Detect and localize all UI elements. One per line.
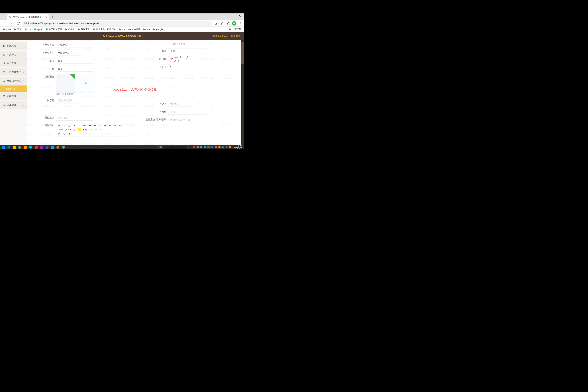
bookmark-folder[interactable]: vps: [142, 28, 151, 31]
h1-button[interactable]: H₁: [83, 124, 86, 127]
site-info-icon[interactable]: [24, 22, 27, 25]
sup-button[interactable]: x²: [108, 124, 112, 127]
tray-icon[interactable]: [211, 146, 213, 148]
address-bar[interactable]: localhost:8080/springboot2srbi/admin/dis…: [22, 21, 212, 26]
trailer-uploaded-thumb[interactable]: [56, 74, 75, 93]
extensions-icon[interactable]: [226, 21, 231, 26]
bookmark-item[interactable]: txy: [24, 28, 32, 31]
taskbar-app-edge[interactable]: [6, 145, 12, 149]
ol-button[interactable]: ☰: [93, 124, 96, 127]
sidebar-subitem-movie-info[interactable]: 电影信息: [0, 86, 27, 92]
selected-seats-textarea[interactable]: [168, 117, 218, 132]
bookmark-star-icon[interactable]: [220, 21, 224, 26]
font-family-select[interactable]: 标准字体 ▾: [83, 128, 92, 131]
tray-icon[interactable]: [193, 146, 195, 148]
new-tab-button[interactable]: [50, 14, 55, 20]
start-button[interactable]: [1, 145, 6, 149]
clear-format-button[interactable]: Tₓ: [100, 128, 103, 131]
taskbar-app[interactable]: [39, 145, 44, 149]
session-date-input[interactable]: 🕐 场次: [168, 101, 193, 107]
rating-input[interactable]: [168, 64, 206, 70]
tray-expand-icon[interactable]: ˄: [190, 146, 192, 148]
ul-button[interactable]: ≡: [98, 124, 102, 127]
sidebar-item-home[interactable]: 系统首页: [0, 42, 27, 50]
taskbar-clock[interactable]: 13:09 2024/7/29: [232, 145, 244, 149]
bookmark-item[interactable]: uplod: [33, 28, 44, 31]
actor-input[interactable]: [56, 58, 93, 64]
tray-icon[interactable]: [204, 146, 206, 148]
sidebar-item-movie-info[interactable]: 电影信息管理 ⌃: [0, 77, 27, 85]
sidebar-item-movie-type[interactable]: 电影类型管理 ⌄: [0, 68, 27, 76]
editor-content[interactable]: [56, 136, 125, 145]
taskbar-app[interactable]: [28, 145, 34, 149]
color-button[interactable]: A: [73, 128, 76, 131]
all-bookmarks-button[interactable]: 所有书签: [228, 27, 242, 32]
sidebar-item-orders[interactable]: 订单管理 ⌄: [0, 101, 27, 109]
indent-button[interactable]: ⇥: [114, 124, 117, 127]
underline-button[interactable]: U: [68, 124, 71, 127]
tab-search-icon[interactable]: [2, 15, 6, 19]
admin-label[interactable]: 管理员 admin: [212, 34, 227, 38]
bold-button[interactable]: B: [58, 124, 61, 127]
font-size-select[interactable]: 14px ▾: [58, 128, 64, 131]
logout-button[interactable]: 退出登录: [231, 34, 240, 38]
tray-icon[interactable]: [208, 146, 210, 148]
taskbar-app-wechat[interactable]: [60, 145, 66, 149]
window-maximize-button[interactable]: [228, 14, 236, 19]
window-close-button[interactable]: [236, 14, 244, 19]
image-button[interactable]: ▢: [62, 132, 66, 135]
movie-name-input[interactable]: [56, 42, 93, 48]
tray-ime-icon[interactable]: 中: [226, 146, 228, 148]
sidebar-item-users[interactable]: 用户管理 ⌄: [0, 59, 27, 67]
seat-total-input[interactable]: [56, 115, 93, 120]
director-input[interactable]: [168, 48, 206, 54]
scrollbar-thumb[interactable]: [241, 42, 244, 64]
hall-select[interactable]: 请选择影厅号⌄: [56, 98, 81, 104]
nav-reload-button[interactable]: [15, 21, 21, 26]
italic-button[interactable]: I: [62, 124, 66, 127]
link-button[interactable]: 🔗: [58, 132, 61, 135]
tray-icon[interactable]: [200, 146, 202, 148]
taskbar-app-explorer[interactable]: [12, 145, 17, 149]
nav-back-button[interactable]: [2, 21, 7, 26]
bookmark-folder[interactable]: 视频下载: [76, 27, 91, 32]
bgcolor-button[interactable]: A: [78, 128, 81, 131]
taskbar-app[interactable]: [34, 145, 39, 149]
bookmark-item[interactable]: 共享账号密码: [44, 27, 63, 32]
profile-avatar[interactable]: W: [232, 21, 236, 26]
tray-icon[interactable]: [215, 146, 217, 148]
tray-icon[interactable]: [196, 146, 199, 148]
taskbar-app[interactable]: [44, 145, 50, 149]
taskbar-app[interactable]: [55, 145, 60, 149]
taskbar-app[interactable]: [50, 145, 55, 149]
bookmark-folder[interactable]: 已导入: [64, 27, 76, 32]
window-minimize-button[interactable]: [220, 14, 228, 19]
bookmark-item[interactable]: 站长工具 - 站长之家: [92, 27, 117, 32]
taskbar-app-sublime[interactable]: [22, 145, 28, 149]
tray-icon[interactable]: [229, 146, 231, 148]
h2-button[interactable]: H₂: [88, 124, 91, 127]
duration-input[interactable]: [56, 66, 93, 72]
price-input[interactable]: [168, 109, 206, 115]
taskbar-addr-input[interactable]: [164, 146, 188, 149]
align-button[interactable]: ≡: [94, 128, 98, 131]
quote-button[interactable]: ❝: [78, 124, 81, 127]
bookmark-folder[interactable]: Max云储: [127, 27, 141, 32]
sidebar-item-profile[interactable]: 个人中心: [0, 51, 27, 58]
browser-menu-icon[interactable]: [238, 21, 243, 26]
outdent-button[interactable]: ⇤: [118, 124, 122, 127]
close-tab-icon[interactable]: [45, 16, 47, 18]
video-button[interactable]: ▣: [68, 132, 71, 135]
font-style-select[interactable]: 文本 ▾: [65, 128, 71, 131]
page-scrollbar[interactable]: [241, 40, 244, 145]
strike-button[interactable]: S: [73, 124, 76, 127]
trailer-upload-add[interactable]: +: [76, 74, 95, 93]
taskbar-app-chrome[interactable]: [17, 145, 22, 149]
bookmark-folder[interactable]: google: [152, 28, 164, 31]
bookmark-folder[interactable]: tools: [2, 28, 12, 31]
bookmark-folder[interactable]: 宝藏: [13, 27, 23, 32]
release-date-input[interactable]: 📅 2024 年 07 月 26 日: [168, 56, 193, 62]
translate-icon[interactable]: [214, 21, 218, 26]
tray-volume-icon[interactable]: 🔊: [222, 146, 224, 148]
movie-type-select[interactable]: 电影类型1⌄: [56, 50, 81, 56]
